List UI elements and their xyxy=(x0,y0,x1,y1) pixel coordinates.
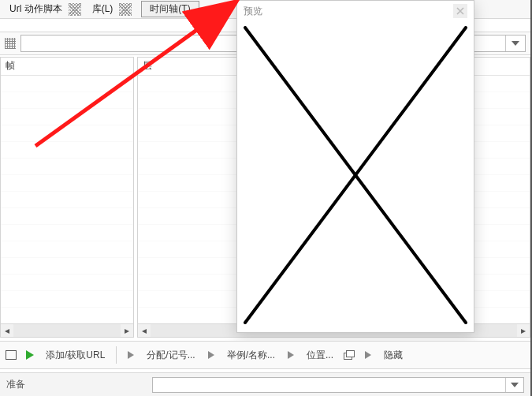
play-icon[interactable] xyxy=(24,349,36,361)
example-name-button[interactable]: 举例/名称... xyxy=(224,347,278,364)
chevron-left-icon[interactable]: ◂ xyxy=(138,324,151,337)
assign-note-button[interactable]: 分配/记号... xyxy=(143,347,198,364)
preview-x-graphic xyxy=(244,26,467,324)
svg-rect-0 xyxy=(6,351,17,360)
toolbar-label: 举例/名称... xyxy=(227,349,275,362)
toolbar-label: 位置... xyxy=(307,349,333,362)
menu-url-action-script[interactable]: Url 动作脚本 xyxy=(3,1,69,17)
add-get-url-button[interactable]: 添加/获取URL xyxy=(43,347,108,364)
bottom-toolbar: 添加/获取URL 分配/记号... 举例/名称... 位置... 隐藏 xyxy=(0,341,530,369)
chevron-right-icon[interactable] xyxy=(125,349,137,361)
close-icon[interactable] xyxy=(453,4,467,18)
chevron-right-icon[interactable] xyxy=(362,349,374,361)
frame-panel-header: 帧 xyxy=(1,58,133,76)
preview-header: 预览 xyxy=(237,1,474,21)
chevron-right-icon[interactable] xyxy=(285,349,297,361)
separator xyxy=(116,346,117,364)
preview-body xyxy=(244,26,467,324)
app-root: Url 动作脚本 库(L) 时间轴(T) 帧 ◂ ▸ 层 xyxy=(0,0,532,396)
status-bar: 准备 xyxy=(0,372,530,396)
toolbar-label: 分配/记号... xyxy=(147,349,195,362)
chevron-left-icon[interactable]: ◂ xyxy=(1,324,13,337)
hatch-icon xyxy=(119,3,132,16)
preview-title: 预览 xyxy=(244,5,262,18)
chevron-right-icon[interactable]: ▸ xyxy=(517,324,530,337)
toolbar-label: 隐藏 xyxy=(384,349,403,362)
frame-hscroll[interactable]: ◂ ▸ xyxy=(1,323,133,337)
chevron-right-icon[interactable] xyxy=(205,349,218,361)
svg-rect-2 xyxy=(347,351,355,357)
hatch-icon xyxy=(69,3,81,16)
menu-library[interactable]: 库(L) xyxy=(86,1,120,17)
grid-icon xyxy=(5,38,16,49)
status-label: 准备 xyxy=(6,378,25,391)
preview-popup: 预览 xyxy=(236,0,474,333)
scroll-track[interactable] xyxy=(13,324,121,337)
stack-icon[interactable] xyxy=(343,349,355,361)
position-button[interactable]: 位置... xyxy=(303,347,337,364)
chevron-down-icon xyxy=(505,35,525,51)
rect-icon[interactable] xyxy=(5,349,17,361)
hide-button[interactable]: 隐藏 xyxy=(381,347,406,364)
status-dropdown[interactable] xyxy=(152,377,524,393)
frame-panel: 帧 ◂ ▸ xyxy=(0,57,134,338)
chevron-down-icon xyxy=(505,378,523,392)
frame-list[interactable] xyxy=(1,76,133,323)
toolbar-label: 添加/获取URL xyxy=(46,349,105,362)
menu-timeline[interactable]: 时间轴(T) xyxy=(141,1,199,17)
chevron-right-icon[interactable]: ▸ xyxy=(121,324,133,337)
